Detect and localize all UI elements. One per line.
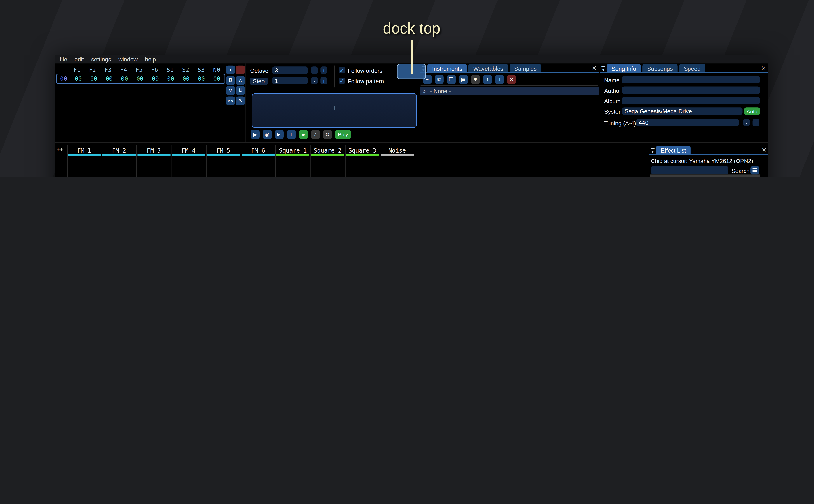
order-row[interactable]: 0000000000000000000000 (56, 74, 225, 84)
channel-separator (206, 145, 206, 177)
duplicate-instrument-button[interactable]: ⧉ (435, 75, 444, 84)
channel-separator (171, 145, 172, 177)
order-col-F5: F5 (131, 67, 147, 73)
tab-underline (649, 154, 768, 155)
order-cell[interactable]: 00 (117, 76, 132, 82)
channel-underline (137, 154, 170, 156)
deep-clone-order-button[interactable]: ⧟ (226, 96, 235, 105)
remove-order-button[interactable]: − (236, 66, 245, 74)
order-col-F1: F1 (69, 67, 85, 73)
menu-help[interactable]: help (145, 56, 156, 62)
step-row-button[interactable]: ↓ (287, 130, 296, 139)
order-cell[interactable]: 00 (86, 76, 101, 82)
step-input[interactable] (272, 77, 308, 84)
effect-list-menu-button[interactable] (750, 166, 759, 175)
instruments-tab-bar: InstrumentsWavetablesSamples (428, 63, 541, 73)
author-input[interactable] (622, 86, 760, 94)
tab-song-info[interactable]: Song Info (607, 64, 641, 73)
menu-window[interactable]: window (118, 56, 137, 62)
name-label: Name (604, 77, 619, 83)
order-cell[interactable]: 00 (101, 76, 117, 82)
repeat-button[interactable]: ↻ (323, 130, 332, 139)
system-input[interactable] (622, 107, 743, 115)
duplicate-order-end-button[interactable]: ⇊ (236, 86, 245, 95)
metronome-button[interactable]: ⍙ (311, 130, 320, 139)
save-instrument-button[interactable]: ▣ (459, 75, 468, 84)
order-cell[interactable]: 00 (132, 76, 147, 82)
instrument-folders-button[interactable]: ⋔ (471, 75, 480, 84)
menu-file[interactable]: file (60, 56, 67, 62)
tuning-plus-button[interactable]: + (753, 119, 759, 126)
tuning-input[interactable] (636, 119, 739, 126)
instrument-list-item[interactable]: ○ - None - (420, 87, 599, 95)
channel-separator (241, 145, 241, 177)
follow-pattern-label[interactable]: Follow pattern (348, 78, 384, 84)
close-song-info-icon[interactable]: ✕ (760, 64, 767, 72)
menu-edit[interactable]: edit (74, 56, 84, 62)
tab-instruments[interactable]: Instruments (428, 64, 467, 73)
close-effect-list-icon[interactable]: ✕ (761, 146, 767, 154)
move-instrument-down-button[interactable]: ↓ (495, 75, 504, 84)
radio-icon: ○ (423, 88, 426, 94)
step-button[interactable]: Step (249, 78, 268, 85)
tab-samples[interactable]: Samples (510, 64, 541, 73)
follow-pattern-checkbox[interactable]: ✓ (339, 78, 345, 84)
system-auto-button[interactable]: Auto (744, 107, 760, 115)
tab-list-dropdown-icon[interactable]: ▬▼ (601, 63, 606, 72)
order-cell[interactable]: 00 (178, 76, 193, 82)
tab-speed[interactable]: Speed (679, 64, 705, 73)
channel-underline (207, 154, 240, 156)
tuning-minus-button[interactable]: - (743, 119, 750, 126)
order-cell[interactable]: 00 (71, 76, 86, 82)
name-input[interactable] (622, 76, 760, 83)
octave-plus-button[interactable]: + (320, 67, 327, 74)
tab-subsongs[interactable]: Subsongs (642, 64, 677, 73)
order-cell[interactable]: 00 (163, 76, 178, 82)
tab-underline (420, 72, 599, 74)
duplicate-order-button[interactable]: ⧉ (226, 76, 235, 85)
menu-bar: fileeditsettingswindowhelp (55, 55, 768, 64)
system-label: System (604, 109, 623, 115)
add-order-button[interactable]: + (226, 66, 235, 74)
order-col-F6: F6 (147, 67, 162, 73)
play-button[interactable]: ▶ (251, 130, 259, 139)
channel-separator (67, 145, 67, 177)
move-order-up-button[interactable]: ∧ (236, 76, 245, 85)
open-instrument-button[interactable]: ❐ (447, 75, 456, 84)
move-instrument-up-button[interactable]: ↑ (483, 75, 492, 84)
step-minus-button[interactable]: - (311, 77, 318, 84)
tuning-label: Tuning (A-4) (604, 120, 636, 126)
order-col-F3: F3 (100, 67, 116, 73)
octave-input[interactable] (272, 67, 308, 74)
poly-button[interactable]: Poly (335, 130, 351, 139)
move-order-down-button[interactable]: ∨ (226, 86, 235, 95)
order-cell[interactable]: 00 (209, 76, 224, 82)
follow-orders-checkbox[interactable]: ✓ (339, 67, 345, 73)
order-col-F2: F2 (85, 67, 100, 73)
close-instruments-icon[interactable]: ✕ (591, 64, 597, 72)
album-input[interactable] (622, 97, 760, 104)
play-pattern-button[interactable]: ◉ (263, 130, 271, 139)
follow-orders-label[interactable]: Follow orders (348, 68, 382, 74)
chip-at-cursor-text: Chip at cursor: Yamaha YM2612 (OPN2) (651, 158, 753, 164)
record-button[interactable]: ● (299, 130, 308, 139)
effect-search-input[interactable] (651, 166, 729, 174)
region-divider (55, 142, 768, 143)
order-col-S3: S3 (193, 67, 209, 73)
channel-separator (345, 145, 345, 177)
tab-list-dropdown-icon[interactable]: ▬▼ (650, 145, 656, 154)
expand-channels-button[interactable]: ++ (57, 147, 63, 153)
step-plus-button[interactable]: + (320, 77, 327, 84)
dock-target-top[interactable] (397, 64, 426, 79)
panel-divider (245, 63, 245, 142)
order-row-number: 00 (57, 76, 71, 82)
tab-effect-list[interactable]: Effect List (656, 146, 691, 155)
order-edit-mode-button[interactable]: ↖ (236, 96, 245, 105)
delete-instrument-button[interactable]: ✕ (507, 75, 516, 84)
order-cell[interactable]: 00 (194, 76, 209, 82)
menu-settings[interactable]: settings (91, 56, 111, 62)
play-row-button[interactable]: ▶| (275, 130, 284, 139)
order-cell[interactable]: 00 (148, 76, 163, 82)
tab-wavetables[interactable]: Wavetables (469, 64, 508, 73)
octave-minus-button[interactable]: - (311, 67, 318, 74)
